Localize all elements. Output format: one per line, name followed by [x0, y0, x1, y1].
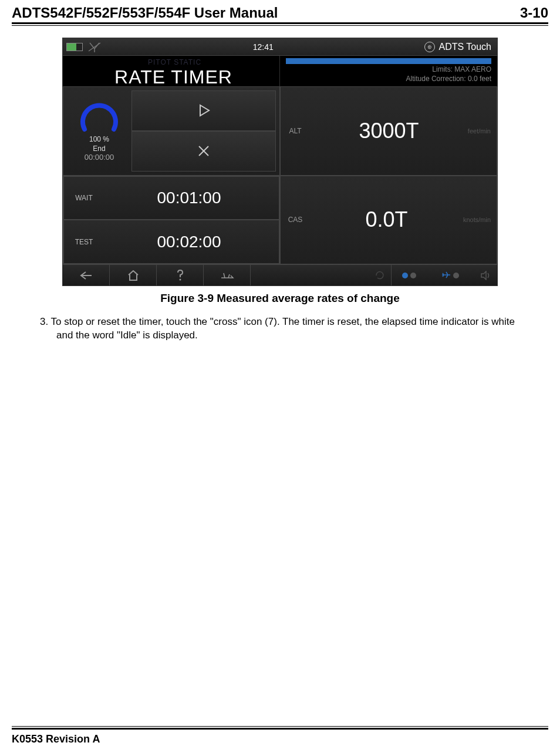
timer-gauge: 100 % End 00:00:00 [67, 90, 131, 172]
wait-value: 00:01:00 [99, 189, 279, 207]
dot-icon [453, 273, 459, 278]
alt-value: 3000T [310, 119, 468, 143]
timer-elapsed: 00:00:00 [85, 153, 114, 162]
instruction-paragraph: 3. To stop or reset the timer, touch the… [28, 311, 548, 342]
pitot-static-label: PITOT STATIC [63, 56, 279, 66]
svg-point-3 [179, 278, 181, 280]
cross-button[interactable] [131, 131, 276, 172]
wait-label: WAIT [64, 194, 99, 202]
timer-state: End [93, 145, 105, 153]
footer-revision: K0553 Revision A [12, 733, 548, 745]
cas-unit: knots/min [463, 216, 497, 223]
battery-icon [66, 43, 83, 51]
test-row[interactable]: TEST 00:02:00 [63, 220, 279, 264]
test-label: TEST [64, 238, 99, 246]
timer-percent: 100 % [89, 135, 109, 143]
limits-line: Limits: MAX AERO [286, 65, 491, 75]
timer-cell: 100 % End 00:00:00 [63, 86, 280, 176]
refresh-icon [368, 265, 392, 285]
status-time: 12:41 [102, 42, 424, 52]
brand-label: ADTS Touch [438, 42, 491, 52]
back-button[interactable] [63, 265, 110, 285]
screen-title: RATE TIMER [63, 66, 279, 88]
cas-value: 0.0T [310, 207, 463, 232]
document-title: ADTS542F/552F/553F/554F User Manual [12, 5, 278, 21]
dot-icon [410, 273, 416, 278]
alt-unit: feet/min [468, 127, 497, 135]
wait-row[interactable]: WAIT 00:01:00 [63, 176, 279, 220]
alt-cell[interactable]: ALT 3000T feet/min [280, 86, 497, 176]
figure-caption: Figure 3-9 Measured average rates of cha… [12, 292, 548, 305]
volume-icon[interactable] [474, 265, 497, 285]
indicator-2[interactable] [427, 271, 474, 280]
plane-icon [441, 271, 451, 280]
wait-test-cell: WAIT 00:01:00 TEST 00:02:00 [63, 176, 280, 265]
play-button[interactable] [131, 90, 276, 131]
alt-label: ALT [281, 122, 310, 140]
aircraft-button[interactable] [204, 265, 251, 285]
ge-logo-icon: ⊛ [424, 42, 435, 52]
test-value: 00:02:00 [99, 233, 279, 251]
device-screenshot: 12:41 ⊛ ADTS Touch PITOT STATIC RATE TIM… [62, 38, 498, 286]
home-button[interactable] [110, 265, 157, 285]
navigation-bar [63, 264, 497, 285]
altitude-correction-line: Altitude Correction: 0.0 feet [286, 75, 491, 84]
help-button[interactable] [157, 265, 204, 285]
status-bar: 12:41 ⊛ ADTS Touch [63, 38, 497, 56]
figure-container: 12:41 ⊛ ADTS Touch PITOT STATIC RATE TIM… [12, 38, 548, 305]
cas-label: CAS [281, 211, 310, 229]
indicator-1[interactable] [392, 273, 427, 278]
page-number: 3-10 [520, 5, 548, 21]
cas-cell[interactable]: CAS 0.0T knots/min [280, 176, 497, 265]
dot-icon [402, 273, 408, 278]
progress-bar [286, 58, 491, 64]
antenna-disabled-icon [87, 41, 102, 53]
